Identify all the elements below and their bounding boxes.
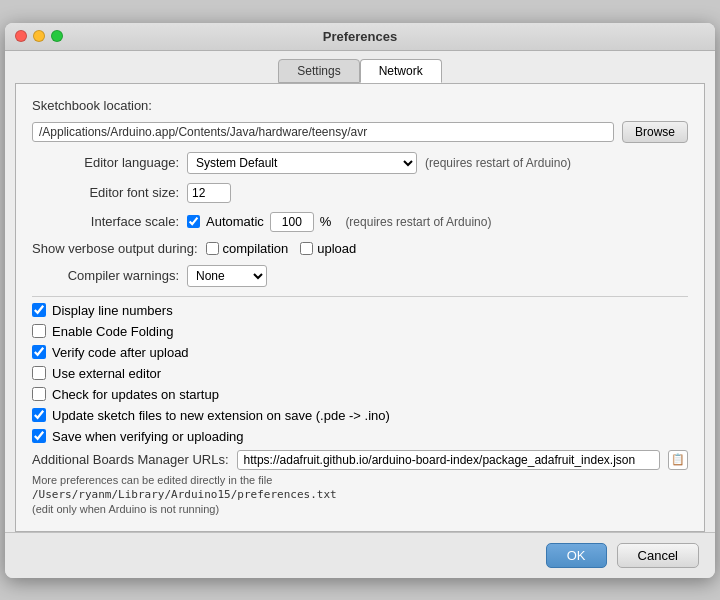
- save-when-verifying-row: Save when verifying or uploading: [32, 429, 688, 444]
- compiler-warnings-select[interactable]: None Default More All: [187, 265, 267, 287]
- window-title: Preferences: [323, 29, 397, 44]
- compilation-checkbox[interactable]: [206, 242, 219, 255]
- percent-symbol: %: [320, 214, 332, 229]
- bottom-bar: OK Cancel: [5, 532, 715, 578]
- update-sketch-checkbox[interactable]: [32, 408, 46, 422]
- tab-settings[interactable]: Settings: [278, 59, 359, 83]
- boards-url-label: Additional Boards Manager URLs:: [32, 452, 229, 467]
- display-line-numbers-label: Display line numbers: [52, 303, 173, 318]
- copy-icon[interactable]: 📋: [668, 450, 688, 470]
- save-verifying-label: Save when verifying or uploading: [52, 429, 244, 444]
- boards-url-row: Additional Boards Manager URLs: 📋: [32, 450, 688, 470]
- compiler-warnings-row: Compiler warnings: None Default More All: [32, 265, 688, 287]
- preferences-window: Preferences Settings Network Sketchbook …: [5, 23, 715, 578]
- use-external-editor-row: Use external editor: [32, 366, 688, 381]
- check-updates-row: Check for updates on startup: [32, 387, 688, 402]
- automatic-label: Automatic: [206, 214, 264, 229]
- editor-language-label: Editor language:: [32, 155, 187, 170]
- more-prefs-line3: (edit only when Arduino is not running): [32, 503, 688, 515]
- editor-language-row: Editor language: System Default (require…: [32, 152, 688, 174]
- update-sketch-files-row: Update sketch files to new extension on …: [32, 408, 688, 423]
- divider: [32, 296, 688, 297]
- ok-button[interactable]: OK: [546, 543, 607, 568]
- sketchbook-location-row: Sketchbook location: Browse: [32, 98, 688, 143]
- save-verifying-checkbox[interactable]: [32, 429, 46, 443]
- external-editor-label: Use external editor: [52, 366, 161, 381]
- verify-code-label: Verify code after upload: [52, 345, 189, 360]
- cancel-button[interactable]: Cancel: [617, 543, 699, 568]
- verify-code-checkbox[interactable]: [32, 345, 46, 359]
- scale-percent-input[interactable]: [270, 212, 314, 232]
- maximize-button[interactable]: [51, 30, 63, 42]
- interface-scale-row: Interface scale: Automatic % (requires r…: [32, 212, 688, 232]
- display-line-numbers-checkbox[interactable]: [32, 303, 46, 317]
- interface-scale-label: Interface scale:: [32, 214, 187, 229]
- titlebar: Preferences: [5, 23, 715, 51]
- upload-label: upload: [317, 241, 356, 256]
- editor-font-size-row: Editor font size:: [32, 183, 688, 203]
- preferences-content: Sketchbook location: Browse Editor langu…: [15, 83, 705, 532]
- more-prefs-line1: More preferences can be edited directly …: [32, 474, 688, 486]
- update-sketch-label: Update sketch files to new extension on …: [52, 408, 390, 423]
- verbose-controls: compilation upload: [206, 241, 357, 256]
- editor-language-select[interactable]: System Default: [187, 152, 417, 174]
- editor-language-note: (requires restart of Arduino): [425, 156, 571, 170]
- sketchbook-inner: Browse: [32, 121, 688, 143]
- browse-button[interactable]: Browse: [622, 121, 688, 143]
- scale-controls: Automatic % (requires restart of Arduino…: [187, 212, 491, 232]
- tab-network[interactable]: Network: [360, 59, 442, 83]
- checkboxes-section: Display line numbers Enable Code Folding…: [32, 303, 688, 444]
- scale-note: (requires restart of Arduino): [345, 215, 491, 229]
- check-updates-checkbox[interactable]: [32, 387, 46, 401]
- close-button[interactable]: [15, 30, 27, 42]
- compilation-item: compilation: [206, 241, 289, 256]
- verify-code-after-upload-row: Verify code after upload: [32, 345, 688, 360]
- compilation-label: compilation: [223, 241, 289, 256]
- enable-code-folding-row: Enable Code Folding: [32, 324, 688, 339]
- more-prefs-line2: /Users/ryanm/Library/Arduino15/preferenc…: [32, 488, 688, 501]
- check-updates-label: Check for updates on startup: [52, 387, 219, 402]
- verbose-output-row: Show verbose output during: compilation …: [32, 241, 688, 256]
- tab-bar: Settings Network: [5, 51, 715, 83]
- upload-checkbox[interactable]: [300, 242, 313, 255]
- editor-font-size-label: Editor font size:: [32, 185, 187, 200]
- verbose-label: Show verbose output during:: [32, 241, 206, 256]
- sketchbook-label: Sketchbook location:: [32, 98, 152, 113]
- minimize-button[interactable]: [33, 30, 45, 42]
- window-controls: [15, 30, 63, 42]
- enable-code-folding-label: Enable Code Folding: [52, 324, 173, 339]
- sketchbook-path-input[interactable]: [32, 122, 614, 142]
- enable-code-folding-checkbox[interactable]: [32, 324, 46, 338]
- automatic-checkbox[interactable]: [187, 215, 200, 228]
- editor-font-size-input[interactable]: [187, 183, 231, 203]
- display-line-numbers-row: Display line numbers: [32, 303, 688, 318]
- upload-item: upload: [300, 241, 356, 256]
- compiler-warnings-label: Compiler warnings:: [32, 268, 187, 283]
- boards-url-input[interactable]: [237, 450, 660, 470]
- external-editor-checkbox[interactable]: [32, 366, 46, 380]
